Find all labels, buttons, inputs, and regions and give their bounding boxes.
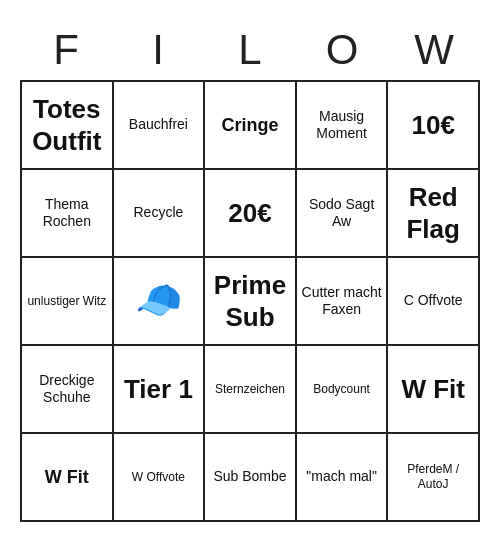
cell-1-0: Thema Rochen bbox=[22, 170, 114, 258]
baseball-cap-icon: 🧢 bbox=[135, 277, 182, 325]
cell-4-4: PferdeM / AutoJ bbox=[388, 434, 480, 522]
cell-text: Mausig Moment bbox=[301, 108, 383, 143]
cell-text: Bodycount bbox=[313, 382, 370, 397]
cell-2-2: Prime Sub bbox=[205, 258, 297, 346]
cell-1-2: 20€ bbox=[205, 170, 297, 258]
bingo-card: FILOW Totes OutfitBauchfreiCringeMausig … bbox=[10, 12, 490, 532]
cell-2-3: Cutter macht Faxen bbox=[297, 258, 389, 346]
cell-text: "mach mal" bbox=[306, 468, 377, 486]
cell-4-2: Sub Bombe bbox=[205, 434, 297, 522]
header-letter: L bbox=[204, 22, 296, 78]
cell-text: Cringe bbox=[221, 114, 278, 137]
cell-text: unlustiger Witz bbox=[27, 294, 106, 309]
cell-4-1: W Offvote bbox=[114, 434, 206, 522]
cell-2-0: unlustiger Witz bbox=[22, 258, 114, 346]
cell-text: Red Flag bbox=[392, 181, 474, 246]
cell-0-0: Totes Outfit bbox=[22, 82, 114, 170]
header-letter: F bbox=[20, 22, 112, 78]
cell-4-3: "mach mal" bbox=[297, 434, 389, 522]
cell-text: PferdeM / AutoJ bbox=[392, 462, 474, 492]
header-letter: I bbox=[112, 22, 204, 78]
cell-2-1: 🧢 bbox=[114, 258, 206, 346]
cell-3-0: Dreckige Schuhe bbox=[22, 346, 114, 434]
cell-text: 10€ bbox=[411, 109, 454, 142]
cell-2-4: C Offvote bbox=[388, 258, 480, 346]
cell-1-3: Sodo Sagt Aw bbox=[297, 170, 389, 258]
cell-0-3: Mausig Moment bbox=[297, 82, 389, 170]
cell-text: 20€ bbox=[228, 197, 271, 230]
cell-text: W Fit bbox=[45, 466, 89, 489]
cell-text: C Offvote bbox=[404, 292, 463, 310]
cell-text: W Offvote bbox=[132, 470, 185, 485]
cell-text: Cutter macht Faxen bbox=[301, 284, 383, 319]
header-letter: W bbox=[388, 22, 480, 78]
bingo-grid: Totes OutfitBauchfreiCringeMausig Moment… bbox=[20, 80, 480, 522]
cell-0-2: Cringe bbox=[205, 82, 297, 170]
cell-text: Dreckige Schuhe bbox=[26, 372, 108, 407]
cell-0-4: 10€ bbox=[388, 82, 480, 170]
cell-1-1: Recycle bbox=[114, 170, 206, 258]
cell-0-1: Bauchfrei bbox=[114, 82, 206, 170]
cell-3-4: W Fit bbox=[388, 346, 480, 434]
cell-4-0: W Fit bbox=[22, 434, 114, 522]
cell-text: Sternzeichen bbox=[215, 382, 285, 397]
bingo-header: FILOW bbox=[20, 22, 480, 78]
cell-text: Prime Sub bbox=[209, 269, 291, 334]
cell-text: Sub Bombe bbox=[213, 468, 286, 486]
cell-1-4: Red Flag bbox=[388, 170, 480, 258]
cell-3-2: Sternzeichen bbox=[205, 346, 297, 434]
header-letter: O bbox=[296, 22, 388, 78]
cell-text: Bauchfrei bbox=[129, 116, 188, 134]
cell-text: W Fit bbox=[401, 373, 465, 406]
cell-text: Recycle bbox=[133, 204, 183, 222]
cell-text: Sodo Sagt Aw bbox=[301, 196, 383, 231]
cell-text: Thema Rochen bbox=[26, 196, 108, 231]
cell-3-1: Tier 1 bbox=[114, 346, 206, 434]
cell-text: Tier 1 bbox=[124, 373, 193, 406]
cell-text: Totes Outfit bbox=[26, 93, 108, 158]
cell-3-3: Bodycount bbox=[297, 346, 389, 434]
